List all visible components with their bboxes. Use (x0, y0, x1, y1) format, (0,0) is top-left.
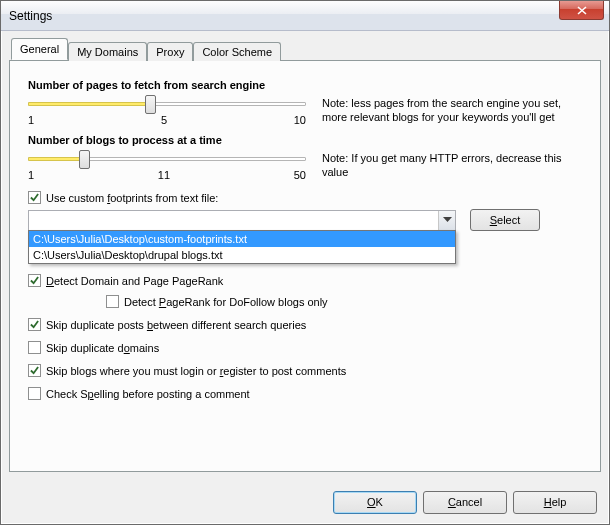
cancel-button[interactable]: Cancel (423, 491, 507, 514)
footprints-dropdown: C:\Users\Julia\Desktop\custom-footprints… (28, 230, 456, 264)
opt-skip-login-blogs-label: Skip blogs where you must login or regis… (46, 365, 346, 377)
opt-check-spelling-label: Check Spelling before posting a comment (46, 388, 250, 400)
blogs-slider-ticks: 1 11 50 (28, 169, 306, 181)
titlebar: Settings (1, 1, 609, 31)
footprints-combo-button[interactable] (438, 211, 455, 230)
opt-skip-dup-domains-label: Skip duplicate domains (46, 342, 159, 354)
pages-slider-thumb[interactable] (145, 95, 156, 114)
window-title: Settings (9, 9, 52, 23)
pages-slider-note: Note: less pages from the search engine … (322, 95, 582, 124)
blogs-slider-thumb[interactable] (79, 150, 90, 169)
dropdown-item-0[interactable]: C:\Users\Julia\Desktop\custom-footprints… (29, 231, 455, 247)
blogs-tick-mid: 11 (158, 169, 170, 181)
blogs-slider-label: Number of blogs to process at a time (28, 134, 582, 146)
blogs-slider[interactable] (28, 150, 306, 168)
pages-tick-max: 10 (294, 114, 306, 126)
client-area: General My Domains Proxy Color Scheme Nu… (1, 31, 609, 524)
pages-tick-mid: 5 (161, 114, 167, 126)
tab-color-scheme[interactable]: Color Scheme (193, 42, 281, 61)
footprints-label: Use custom footprints from text file: (46, 192, 218, 204)
opt-detect-pagerank-checkbox[interactable] (28, 274, 41, 287)
tab-body-general: Number of pages to fetch from search eng… (9, 60, 601, 472)
opt-pagerank-dofollow-label: Detect PageRank for DoFollow blogs only (124, 296, 328, 308)
blogs-slider-note: Note: If you get many HTTP errors, decre… (322, 150, 582, 179)
ok-button[interactable]: OK (333, 491, 417, 514)
chevron-down-icon (443, 217, 452, 223)
settings-window: Settings General My Domains Proxy Color … (0, 0, 610, 525)
tab-proxy[interactable]: Proxy (147, 42, 193, 61)
opt-pagerank-dofollow-checkbox[interactable] (106, 295, 119, 308)
pages-tick-min: 1 (28, 114, 34, 126)
pages-slider-label: Number of pages to fetch from search eng… (28, 79, 582, 91)
opt-detect-pagerank-label: Detect Domain and Page PageRank (46, 275, 223, 287)
opt-skip-dup-posts-checkbox[interactable] (28, 318, 41, 331)
close-icon (577, 6, 587, 15)
dropdown-item-1[interactable]: C:\Users\Julia\Desktop\drupal blogs.txt (29, 247, 455, 263)
pages-slider[interactable] (28, 95, 306, 113)
help-button[interactable]: Help (513, 491, 597, 514)
pages-slider-ticks: 1 5 10 (28, 114, 306, 126)
opt-check-spelling-checkbox[interactable] (28, 387, 41, 400)
blogs-tick-min: 1 (28, 169, 34, 181)
opt-skip-dup-posts-label: Skip duplicate posts between different s… (46, 319, 306, 331)
close-button[interactable] (559, 1, 604, 20)
blogs-tick-max: 50 (294, 169, 306, 181)
footprints-combo[interactable] (28, 210, 456, 231)
opt-skip-dup-domains-checkbox[interactable] (28, 341, 41, 354)
tab-general[interactable]: General (11, 38, 68, 60)
tab-my-domains[interactable]: My Domains (68, 42, 147, 61)
opt-skip-login-blogs-checkbox[interactable] (28, 364, 41, 377)
dialog-buttons: OK Cancel Help (333, 491, 597, 514)
footprints-combo-value (29, 211, 438, 230)
footprints-checkbox[interactable] (28, 191, 41, 204)
tabs: General My Domains Proxy Color Scheme (9, 39, 601, 60)
select-button[interactable]: Select (470, 209, 540, 231)
